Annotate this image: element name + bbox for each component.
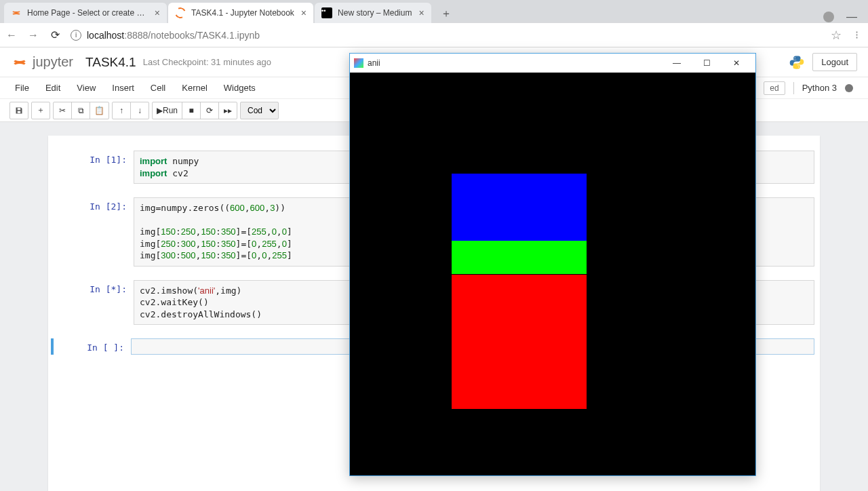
restart-button[interactable]: ⟳ <box>200 102 219 119</box>
jupyter-orb-icon <box>11 54 28 71</box>
tab-title: TASK4.1 - Jupyter Notebook <box>191 8 294 18</box>
jupyter-favicon-icon <box>11 7 22 18</box>
browser-tab[interactable]: Home Page - Select or create a n... × <box>4 3 167 23</box>
opencv-icon <box>354 58 363 68</box>
cell-prompt: In [1]: <box>54 151 134 184</box>
cv-titlebar[interactable]: anii — ☐ ✕ <box>350 54 755 73</box>
cell-prompt: In [2]: <box>54 197 134 267</box>
opencv-window[interactable]: anii — ☐ ✕ <box>349 53 756 476</box>
back-button[interactable]: ← <box>5 29 18 41</box>
menu-edit[interactable]: Edit <box>45 83 60 93</box>
python-logo-icon <box>789 55 804 70</box>
menu-kernel[interactable]: Kernel <box>182 83 208 93</box>
menu-cell[interactable]: Cell <box>151 83 165 93</box>
notebook-title[interactable]: TASK4.1 <box>85 55 136 70</box>
stop-button[interactable]: ■ <box>182 102 201 119</box>
move-up-button[interactable]: ↑ <box>112 102 131 119</box>
profile-icon[interactable] <box>823 12 834 22</box>
address-bar: ← → ⟳ i localhost:8888/notebooks/TASK4.1… <box>0 23 868 47</box>
window-minimize-icon[interactable]: — <box>846 11 857 23</box>
jupyter-busy-icon <box>174 6 188 20</box>
checkpoint-text: Last Checkpoint: 31 minutes ago <box>143 57 271 67</box>
reload-button[interactable]: ⟳ <box>49 28 61 41</box>
kernel-busy-icon <box>845 84 853 92</box>
kernel-name[interactable]: Python 3 <box>802 83 837 93</box>
jupyter-wordmark: jupyter <box>33 54 73 70</box>
url-input[interactable]: i localhost:8888/notebooks/TASK4.1.ipynb <box>71 30 821 41</box>
celltype-select[interactable]: Cod <box>240 102 279 119</box>
cv-window-title: anii <box>368 58 380 68</box>
menu-file[interactable]: File <box>15 83 29 93</box>
run-button[interactable]: ▶ Run <box>152 102 182 119</box>
minimize-button[interactable]: — <box>662 54 692 73</box>
restart-run-button[interactable]: ▸▸ <box>218 102 237 119</box>
add-cell-button[interactable]: ＋ <box>31 102 50 119</box>
copy-button[interactable]: ⧉ <box>71 102 90 119</box>
image-rect <box>452 241 587 275</box>
browser-tab[interactable]: TASK4.1 - Jupyter Notebook × <box>168 3 313 23</box>
close-icon[interactable]: × <box>301 7 307 18</box>
new-tab-button[interactable]: ＋ <box>437 4 456 23</box>
menu-view[interactable]: View <box>77 83 96 93</box>
extensions-icon[interactable]: ⁝ <box>855 28 859 41</box>
image-rect <box>452 174 587 241</box>
menu-widgets[interactable]: Widgets <box>224 83 256 93</box>
image-rect <box>452 275 587 409</box>
move-down-button[interactable]: ↓ <box>130 102 149 119</box>
paste-button[interactable]: 📋 <box>90 102 109 119</box>
close-icon[interactable]: × <box>418 7 424 18</box>
cv-canvas <box>350 73 755 475</box>
medium-favicon-icon: •• <box>321 7 332 18</box>
save-button[interactable] <box>9 102 28 119</box>
browser-tab[interactable]: •• New story – Medium × <box>315 3 431 23</box>
maximize-button[interactable]: ☐ <box>692 54 722 73</box>
close-button[interactable]: ✕ <box>722 54 751 73</box>
cell-prompt: In [ ]: <box>51 338 131 355</box>
trusted-button[interactable]: ed <box>764 81 785 95</box>
logout-button[interactable]: Logout <box>812 53 857 71</box>
close-icon[interactable]: × <box>155 7 160 18</box>
cell-prompt: In [*]: <box>54 280 134 326</box>
tab-title: Home Page - Select or create a n... <box>27 8 148 18</box>
tab-title: New story – Medium <box>338 8 412 18</box>
url-path: :8888/notebooks/TASK4.1.ipynb <box>124 30 260 41</box>
forward-button[interactable]: → <box>27 29 39 41</box>
site-info-icon[interactable]: i <box>71 30 81 41</box>
url-host: localhost <box>87 30 124 41</box>
bookmark-icon[interactable]: ☆ <box>831 28 842 43</box>
jupyter-logo[interactable]: jupyter <box>11 54 73 71</box>
browser-tab-strip: Home Page - Select or create a n... × TA… <box>0 0 868 23</box>
cut-button[interactable]: ✂ <box>53 102 72 119</box>
menu-insert[interactable]: Insert <box>112 83 134 93</box>
